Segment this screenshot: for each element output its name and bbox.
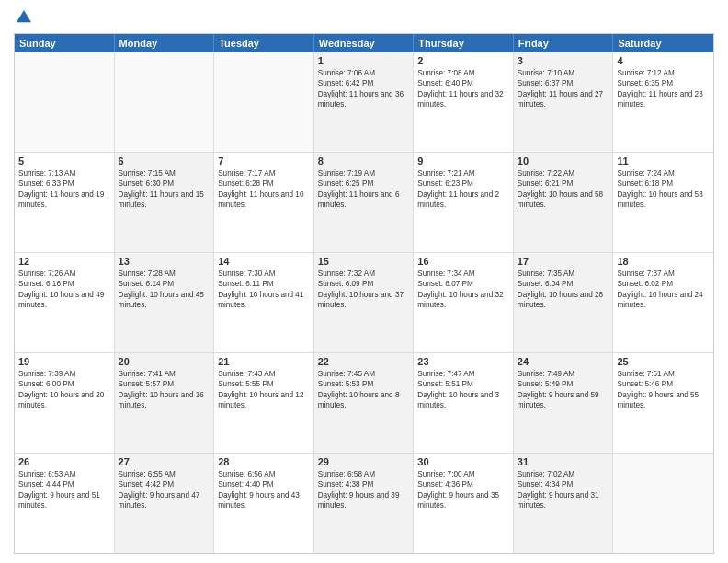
calendar-day-11: 11Sunrise: 7:24 AM Sunset: 6:18 PM Dayli… bbox=[613, 153, 713, 252]
calendar-day-3: 3Sunrise: 7:10 AM Sunset: 6:37 PM Daylig… bbox=[514, 52, 614, 152]
day-number: 22 bbox=[318, 356, 410, 367]
day-info: Sunrise: 6:53 AM Sunset: 4:44 PM Dayligh… bbox=[18, 469, 110, 511]
day-number: 23 bbox=[417, 356, 509, 367]
calendar-day-10: 10Sunrise: 7:22 AM Sunset: 6:21 PM Dayli… bbox=[514, 153, 614, 252]
day-info: Sunrise: 7:35 AM Sunset: 6:04 PM Dayligh… bbox=[518, 269, 609, 311]
calendar-day-14: 14Sunrise: 7:30 AM Sunset: 6:11 PM Dayli… bbox=[214, 253, 314, 352]
calendar-day-18: 18Sunrise: 7:37 AM Sunset: 6:02 PM Dayli… bbox=[613, 253, 713, 352]
calendar-day-13: 13Sunrise: 7:28 AM Sunset: 6:14 PM Dayli… bbox=[115, 253, 215, 352]
calendar-week-3: 12Sunrise: 7:26 AM Sunset: 6:16 PM Dayli… bbox=[15, 253, 713, 353]
calendar-day-empty bbox=[115, 52, 215, 152]
day-number: 19 bbox=[18, 356, 110, 367]
calendar-day-12: 12Sunrise: 7:26 AM Sunset: 6:16 PM Dayli… bbox=[15, 253, 115, 352]
day-number: 12 bbox=[18, 256, 110, 267]
weekday-header-sunday: Sunday bbox=[15, 34, 115, 52]
day-number: 30 bbox=[417, 456, 509, 467]
calendar-day-22: 22Sunrise: 7:45 AM Sunset: 5:53 PM Dayli… bbox=[314, 353, 415, 453]
day-number: 20 bbox=[119, 356, 210, 367]
calendar-day-15: 15Sunrise: 7:32 AM Sunset: 6:09 PM Dayli… bbox=[314, 253, 415, 352]
day-number: 24 bbox=[518, 356, 609, 367]
calendar-header-row: SundayMondayTuesdayWednesdayThursdayFrid… bbox=[15, 34, 713, 52]
day-info: Sunrise: 7:34 AM Sunset: 6:07 PM Dayligh… bbox=[417, 269, 509, 311]
calendar-day-1: 1Sunrise: 7:06 AM Sunset: 6:42 PM Daylig… bbox=[314, 52, 415, 152]
day-info: Sunrise: 7:41 AM Sunset: 5:57 PM Dayligh… bbox=[119, 369, 210, 411]
day-number: 15 bbox=[318, 256, 410, 267]
day-info: Sunrise: 7:49 AM Sunset: 5:49 PM Dayligh… bbox=[518, 369, 609, 411]
day-info: Sunrise: 7:15 AM Sunset: 6:30 PM Dayligh… bbox=[119, 168, 210, 211]
day-info: Sunrise: 6:58 AM Sunset: 4:38 PM Dayligh… bbox=[318, 469, 410, 511]
day-number: 14 bbox=[218, 256, 310, 267]
page: SundayMondayTuesdayWednesdayThursdayFrid… bbox=[0, 0, 728, 563]
calendar-week-2: 5Sunrise: 7:13 AM Sunset: 6:33 PM Daylig… bbox=[15, 153, 713, 253]
calendar-day-empty bbox=[613, 454, 713, 553]
day-number: 17 bbox=[518, 256, 609, 267]
calendar-day-27: 27Sunrise: 6:55 AM Sunset: 4:42 PM Dayli… bbox=[115, 454, 215, 553]
day-info: Sunrise: 7:21 AM Sunset: 6:23 PM Dayligh… bbox=[417, 168, 509, 211]
weekday-header-friday: Friday bbox=[514, 34, 614, 52]
day-info: Sunrise: 7:00 AM Sunset: 4:36 PM Dayligh… bbox=[417, 469, 509, 511]
weekday-header-tuesday: Tuesday bbox=[214, 34, 314, 52]
day-number: 16 bbox=[417, 256, 509, 267]
day-info: Sunrise: 7:08 AM Sunset: 6:40 PM Dayligh… bbox=[417, 68, 509, 110]
logo bbox=[14, 9, 36, 28]
day-info: Sunrise: 7:12 AM Sunset: 6:35 PM Dayligh… bbox=[617, 68, 710, 110]
day-info: Sunrise: 7:26 AM Sunset: 6:16 PM Dayligh… bbox=[18, 269, 110, 311]
day-info: Sunrise: 7:19 AM Sunset: 6:25 PM Dayligh… bbox=[318, 168, 410, 211]
calendar-day-16: 16Sunrise: 7:34 AM Sunset: 6:07 PM Dayli… bbox=[414, 253, 514, 352]
day-number: 28 bbox=[218, 456, 310, 467]
calendar-day-29: 29Sunrise: 6:58 AM Sunset: 4:38 PM Dayli… bbox=[314, 454, 415, 553]
day-info: Sunrise: 7:47 AM Sunset: 5:51 PM Dayligh… bbox=[417, 369, 509, 411]
day-number: 26 bbox=[18, 456, 110, 467]
day-number: 2 bbox=[417, 55, 509, 66]
calendar: SundayMondayTuesdayWednesdayThursdayFrid… bbox=[14, 33, 714, 554]
day-number: 29 bbox=[318, 456, 410, 467]
day-number: 21 bbox=[218, 356, 310, 367]
day-info: Sunrise: 7:45 AM Sunset: 5:53 PM Dayligh… bbox=[318, 369, 410, 411]
calendar-day-9: 9Sunrise: 7:21 AM Sunset: 6:23 PM Daylig… bbox=[414, 153, 514, 252]
day-info: Sunrise: 7:02 AM Sunset: 4:34 PM Dayligh… bbox=[518, 469, 609, 511]
day-number: 18 bbox=[617, 256, 710, 267]
day-number: 31 bbox=[518, 456, 609, 467]
day-number: 8 bbox=[318, 155, 410, 167]
day-info: Sunrise: 7:13 AM Sunset: 6:33 PM Dayligh… bbox=[18, 168, 110, 211]
calendar-day-23: 23Sunrise: 7:47 AM Sunset: 5:51 PM Dayli… bbox=[414, 353, 514, 453]
day-number: 10 bbox=[518, 155, 609, 167]
calendar-day-6: 6Sunrise: 7:15 AM Sunset: 6:30 PM Daylig… bbox=[115, 153, 215, 252]
day-info: Sunrise: 7:51 AM Sunset: 5:46 PM Dayligh… bbox=[617, 369, 710, 411]
day-info: Sunrise: 7:10 AM Sunset: 6:37 PM Dayligh… bbox=[518, 68, 609, 110]
day-number: 4 bbox=[617, 55, 710, 66]
day-info: Sunrise: 7:32 AM Sunset: 6:09 PM Dayligh… bbox=[318, 269, 410, 311]
calendar-day-17: 17Sunrise: 7:35 AM Sunset: 6:04 PM Dayli… bbox=[514, 253, 614, 352]
calendar-day-empty bbox=[15, 52, 115, 152]
day-info: Sunrise: 7:43 AM Sunset: 5:55 PM Dayligh… bbox=[218, 369, 310, 411]
day-info: Sunrise: 7:22 AM Sunset: 6:21 PM Dayligh… bbox=[518, 168, 609, 211]
day-info: Sunrise: 7:06 AM Sunset: 6:42 PM Dayligh… bbox=[318, 68, 410, 110]
calendar-day-30: 30Sunrise: 7:00 AM Sunset: 4:36 PM Dayli… bbox=[414, 454, 514, 553]
calendar-day-26: 26Sunrise: 6:53 AM Sunset: 4:44 PM Dayli… bbox=[15, 454, 115, 553]
calendar-day-28: 28Sunrise: 6:56 AM Sunset: 4:40 PM Dayli… bbox=[214, 454, 314, 553]
calendar-body: 1Sunrise: 7:06 AM Sunset: 6:42 PM Daylig… bbox=[15, 52, 713, 553]
calendar-day-25: 25Sunrise: 7:51 AM Sunset: 5:46 PM Dayli… bbox=[613, 353, 713, 453]
calendar-day-19: 19Sunrise: 7:39 AM Sunset: 6:00 PM Dayli… bbox=[15, 353, 115, 453]
day-info: Sunrise: 6:55 AM Sunset: 4:42 PM Dayligh… bbox=[119, 469, 210, 511]
day-info: Sunrise: 7:24 AM Sunset: 6:18 PM Dayligh… bbox=[617, 168, 710, 211]
calendar-day-31: 31Sunrise: 7:02 AM Sunset: 4:34 PM Dayli… bbox=[514, 454, 614, 553]
day-info: Sunrise: 7:37 AM Sunset: 6:02 PM Dayligh… bbox=[617, 269, 710, 311]
day-number: 6 bbox=[119, 155, 210, 167]
day-number: 9 bbox=[417, 155, 509, 167]
day-number: 27 bbox=[119, 456, 210, 467]
calendar-day-20: 20Sunrise: 7:41 AM Sunset: 5:57 PM Dayli… bbox=[115, 353, 215, 453]
day-info: Sunrise: 7:30 AM Sunset: 6:11 PM Dayligh… bbox=[218, 269, 310, 311]
day-info: Sunrise: 7:39 AM Sunset: 6:00 PM Dayligh… bbox=[18, 369, 110, 411]
calendar-day-5: 5Sunrise: 7:13 AM Sunset: 6:33 PM Daylig… bbox=[15, 153, 115, 252]
day-number: 13 bbox=[119, 256, 210, 267]
calendar-day-7: 7Sunrise: 7:17 AM Sunset: 6:28 PM Daylig… bbox=[214, 153, 314, 252]
day-number: 1 bbox=[318, 55, 410, 66]
day-number: 11 bbox=[617, 155, 710, 167]
calendar-day-21: 21Sunrise: 7:43 AM Sunset: 5:55 PM Dayli… bbox=[214, 353, 314, 453]
day-info: Sunrise: 7:28 AM Sunset: 6:14 PM Dayligh… bbox=[119, 269, 210, 311]
logo-icon bbox=[14, 7, 34, 28]
calendar-day-2: 2Sunrise: 7:08 AM Sunset: 6:40 PM Daylig… bbox=[414, 52, 514, 152]
weekday-header-wednesday: Wednesday bbox=[314, 34, 415, 52]
header bbox=[14, 9, 714, 28]
